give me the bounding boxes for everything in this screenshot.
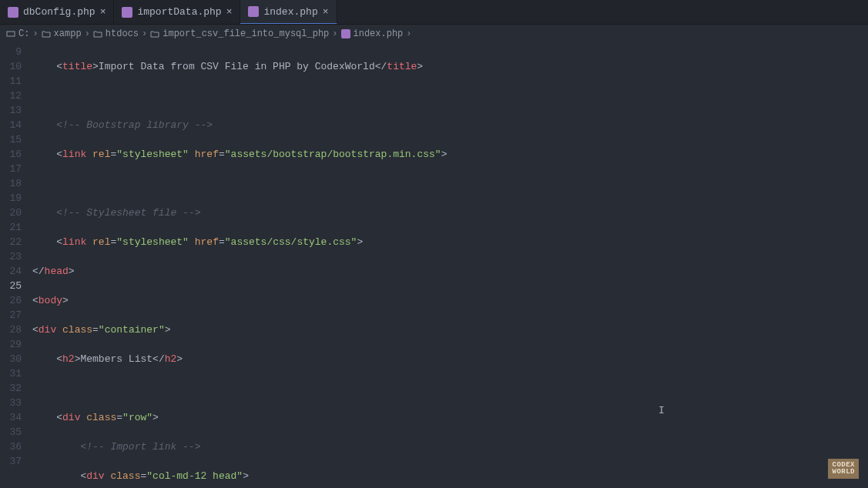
close-icon[interactable]: ×	[226, 6, 233, 18]
chevron-right-icon: ›	[32, 28, 38, 39]
editor-area[interactable]: 9 10 11 12 13 14 15 16 17 18 19 20 21 22…	[0, 43, 868, 488]
php-file-icon	[8, 7, 18, 18]
php-file-icon	[248, 6, 259, 17]
drive-icon	[6, 29, 15, 38]
close-icon[interactable]: ×	[323, 6, 329, 18]
tab-importdata[interactable]: importData.php ×	[114, 0, 240, 24]
chevron-right-icon: ›	[142, 28, 147, 39]
tab-label: importData.php	[137, 6, 221, 18]
chevron-right-icon: ›	[406, 28, 411, 39]
tab-dbconfig[interactable]: dbConfig.php ×	[0, 0, 114, 24]
tab-index[interactable]: index.php ×	[240, 0, 337, 24]
editor-tabs: dbConfig.php × importData.php × index.ph…	[0, 0, 868, 25]
breadcrumb-file[interactable]: index.php	[341, 28, 404, 39]
breadcrumb-folder[interactable]: htdocs	[93, 28, 139, 39]
svg-rect-0	[8, 7, 18, 18]
php-file-icon	[341, 29, 350, 38]
tab-label: dbConfig.php	[23, 6, 96, 18]
folder-icon	[93, 29, 102, 38]
svg-rect-3	[7, 32, 15, 36]
watermark-logo: CODEX WORLD	[828, 459, 859, 479]
folder-icon	[42, 29, 51, 38]
line-gutter: 9 10 11 12 13 14 15 16 17 18 19 20 21 22…	[0, 43, 32, 488]
chevron-right-icon: ›	[332, 28, 337, 39]
breadcrumb-drive[interactable]: C:	[6, 28, 29, 39]
breadcrumb-folder[interactable]: import_csv_file_into_mysql_php	[150, 28, 329, 39]
code-content[interactable]: <title>Import Data from CSV File in PHP …	[32, 43, 868, 488]
tab-label: index.php	[263, 6, 317, 18]
svg-rect-1	[122, 7, 132, 18]
text-cursor-icon: I	[659, 405, 665, 416]
svg-rect-4	[341, 29, 350, 38]
folder-icon	[150, 29, 159, 38]
breadcrumb-folder[interactable]: xampp	[42, 28, 82, 39]
svg-rect-2	[248, 6, 259, 17]
breadcrumb: C: › xampp › htdocs › import_csv_file_in…	[0, 25, 868, 43]
close-icon[interactable]: ×	[100, 6, 106, 18]
chevron-right-icon: ›	[85, 28, 90, 39]
php-file-icon	[122, 7, 132, 18]
